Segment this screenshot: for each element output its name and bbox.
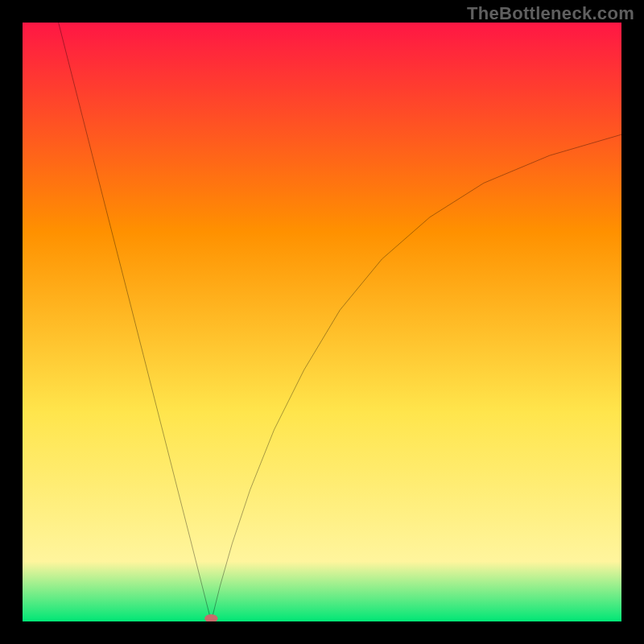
gradient-background bbox=[23, 23, 621, 621]
bottleneck-chart bbox=[23, 23, 621, 621]
chart-frame: TheBottleneck.com bbox=[0, 0, 644, 644]
watermark-text: TheBottleneck.com bbox=[467, 3, 634, 24]
